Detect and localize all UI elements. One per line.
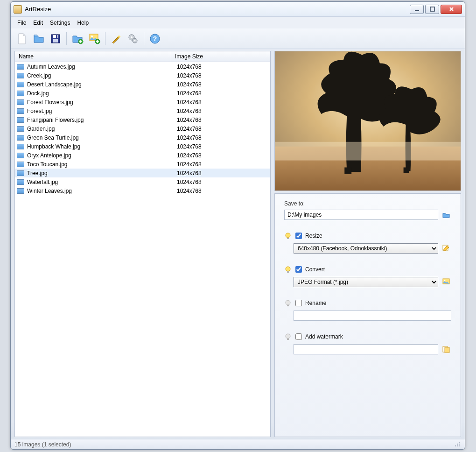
image-thumb-icon (17, 153, 24, 158)
add-image-button[interactable] (87, 31, 102, 46)
file-name: Autumn Leaves.jpg (27, 64, 173, 70)
close-button[interactable] (441, 5, 462, 14)
main-window: ArtResize File Edit Settings Help (10, 1, 465, 450)
file-size: 1024x768 (173, 108, 202, 114)
table-row[interactable]: Creek.jpg1024x768 (15, 71, 270, 80)
watermark-checkbox[interactable] (295, 333, 302, 340)
watermark-input[interactable] (294, 344, 438, 354)
image-thumb-icon (17, 99, 24, 105)
table-row[interactable]: Autumn Leaves.jpg1024x768 (15, 62, 270, 71)
table-row[interactable]: Oryx Antelope.jpg1024x768 (15, 151, 270, 160)
toolbar: ? (11, 28, 465, 49)
image-thumb-icon (17, 144, 24, 149)
svg-point-11 (131, 36, 133, 38)
image-thumb-icon (17, 117, 24, 123)
new-file-button[interactable] (14, 31, 29, 46)
image-thumb-icon (17, 126, 24, 132)
watermark-label[interactable]: Add watermark (305, 333, 343, 340)
file-name: Tree.jpg (27, 170, 173, 177)
file-name: Oryx Antelope.jpg (27, 152, 173, 159)
convert-select[interactable]: JPEG Format (*.jpg) (294, 277, 438, 287)
browse-folder-button[interactable] (441, 210, 451, 220)
table-row[interactable]: Forest.jpg1024x768 (15, 106, 270, 115)
table-row[interactable]: Desert Landscape.jpg1024x768 (15, 80, 270, 89)
rename-input[interactable] (294, 311, 451, 321)
file-name: Garden.jpg (27, 126, 173, 132)
file-name: Desert Landscape.jpg (27, 81, 173, 88)
image-thumb-icon (17, 91, 24, 96)
table-row[interactable]: Forest Flowers.jpg1024x768 (15, 98, 270, 106)
svg-point-25 (286, 267, 290, 271)
file-size: 1024x768 (173, 99, 202, 106)
menu-file[interactable]: File (14, 18, 29, 28)
open-folder-button[interactable] (31, 31, 46, 46)
file-size: 1024x768 (173, 161, 202, 168)
preview-panel (274, 51, 461, 191)
menu-edit[interactable]: Edit (30, 18, 46, 28)
add-folder-button[interactable] (70, 31, 85, 46)
table-row[interactable]: Tree.jpg1024x768 (15, 169, 270, 177)
file-size: 1024x768 (173, 81, 202, 88)
image-thumb-icon (17, 188, 24, 194)
svg-rect-4 (56, 35, 57, 38)
maximize-button[interactable] (425, 5, 439, 14)
table-row[interactable]: Frangipani Flowers.jpg1024x768 (15, 115, 270, 124)
table-row[interactable]: Dock.jpg1024x768 (15, 89, 270, 98)
app-icon (14, 5, 22, 14)
resize-grip[interactable] (455, 441, 461, 448)
save-button[interactable] (48, 31, 63, 46)
image-thumb-icon (17, 135, 24, 141)
magic-wand-button[interactable] (109, 31, 124, 46)
preview-image (275, 51, 461, 191)
svg-rect-30 (287, 305, 289, 306)
rename-checkbox[interactable] (295, 300, 302, 306)
resize-checkbox[interactable] (295, 233, 302, 239)
file-name: Winter Leaves.jpg (27, 188, 173, 194)
edit-resize-button[interactable] (441, 243, 451, 254)
minimize-button[interactable] (410, 5, 424, 14)
save-to-input[interactable] (284, 210, 438, 220)
status-text: 15 images (1 selected) (14, 441, 71, 448)
help-button[interactable]: ? (147, 31, 162, 46)
resize-select[interactable]: 640x480 (Facebook, Odnoklassniki) (294, 243, 438, 254)
bulb-icon (284, 232, 292, 240)
convert-checkbox[interactable] (295, 266, 302, 273)
menu-help[interactable]: Help (74, 18, 91, 28)
svg-text:?: ? (153, 35, 157, 42)
svg-rect-26 (287, 271, 289, 273)
table-row[interactable]: Humpback Whale.jpg1024x768 (15, 142, 270, 151)
options-panel: Save to: Resize 640x480 (Facebook, Odnok… (274, 193, 461, 437)
resize-label[interactable]: Resize (305, 233, 322, 239)
table-row[interactable]: Waterfall.jpg1024x768 (15, 177, 270, 186)
list-header: Name Image Size (15, 51, 270, 62)
table-row[interactable]: Garden.jpg1024x768 (15, 124, 270, 133)
table-row[interactable]: Winter Leaves.jpg1024x768 (15, 186, 270, 195)
file-name: Dock.jpg (27, 90, 173, 97)
file-size: 1024x768 (173, 126, 202, 132)
table-row[interactable]: Green Sea Turtle.jpg1024x768 (15, 133, 270, 142)
column-name[interactable]: Name (15, 51, 171, 62)
column-size[interactable]: Image Size (171, 51, 270, 62)
file-size: 1024x768 (173, 188, 202, 194)
settings-gear-button[interactable] (126, 31, 140, 46)
menu-settings[interactable]: Settings (47, 18, 73, 28)
svg-rect-23 (287, 238, 289, 239)
convert-label[interactable]: Convert (305, 266, 325, 273)
file-name: Humpback Whale.jpg (27, 143, 173, 150)
menu-bar: File Edit Settings Help (11, 17, 465, 28)
status-bar: 15 images (1 selected) (11, 439, 465, 449)
svg-point-22 (286, 233, 290, 238)
file-list[interactable]: Autumn Leaves.jpg1024x768Creek.jpg1024x7… (15, 62, 270, 437)
title-bar[interactable]: ArtResize (11, 2, 465, 17)
watermark-browse-button[interactable] (441, 344, 451, 354)
file-name: Creek.jpg (27, 72, 173, 79)
image-thumb-icon (17, 108, 24, 114)
convert-options-button[interactable] (441, 277, 451, 287)
svg-point-13 (134, 40, 136, 41)
table-row[interactable]: Toco Toucan.jpg1024x768 (15, 160, 270, 169)
file-name: Frangipani Flowers.jpg (27, 117, 173, 123)
file-name: Green Sea Turtle.jpg (27, 134, 173, 141)
svg-point-31 (286, 334, 290, 339)
rename-label[interactable]: Rename (305, 300, 326, 306)
file-size: 1024x768 (173, 90, 202, 97)
